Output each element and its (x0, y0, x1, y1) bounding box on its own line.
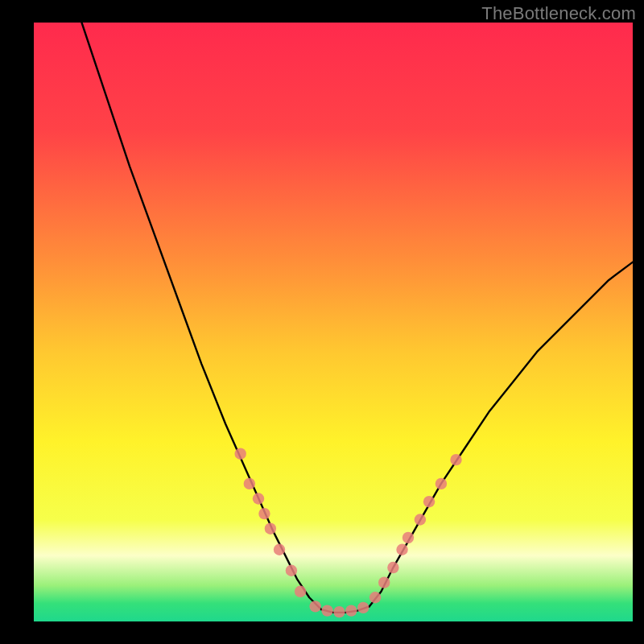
marker-point (321, 605, 332, 616)
marker-point (234, 448, 246, 459)
plot-svg (34, 23, 633, 621)
marker-point (402, 532, 414, 543)
marker-point (387, 562, 398, 573)
chart-frame: TheBottleneck.com (0, 0, 644, 644)
plot-area (34, 23, 633, 621)
marker-point (345, 605, 357, 616)
marker-point (378, 576, 390, 588)
marker-point (286, 565, 297, 576)
marker-point (415, 514, 426, 525)
marker-point (253, 493, 264, 504)
marker-point (258, 508, 270, 519)
background-rect (34, 23, 633, 621)
marker-point (357, 602, 369, 613)
marker-point (369, 592, 381, 603)
marker-point (274, 544, 285, 555)
marker-point (450, 454, 461, 465)
watermark-text: TheBottleneck.com (481, 3, 636, 24)
marker-point (396, 544, 407, 555)
marker-point (295, 586, 306, 597)
marker-point (244, 478, 255, 489)
marker-point (309, 601, 320, 612)
marker-point (423, 496, 435, 507)
marker-point (265, 522, 276, 534)
marker-point (333, 606, 345, 617)
marker-point (436, 478, 447, 489)
